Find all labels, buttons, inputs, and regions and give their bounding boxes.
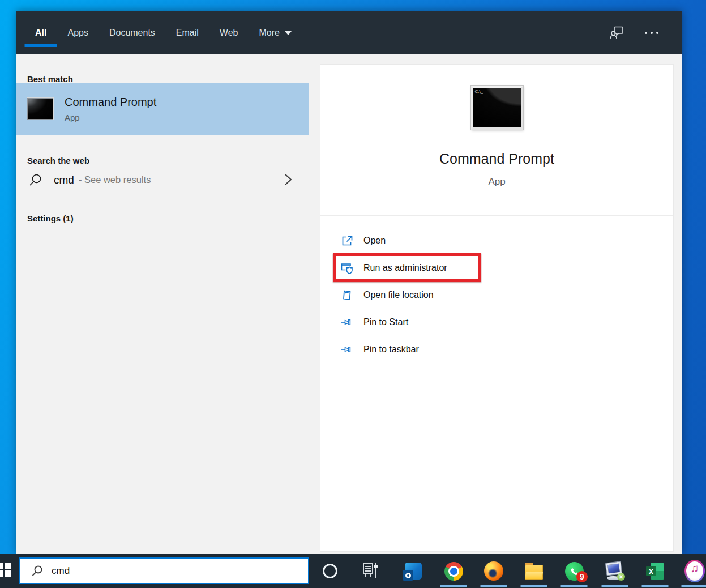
taskbar-search-box[interactable]: [19, 557, 309, 584]
excel-icon: x: [646, 563, 664, 580]
result-detail-card: C:\_ Command Prompt App Open: [320, 64, 674, 552]
start-button[interactable]: [0, 563, 12, 578]
action-label: Pin to Start: [363, 317, 408, 327]
command-prompt-icon-large: C:\_: [471, 86, 523, 130]
action-pin-to-start[interactable]: Pin to Start: [320, 309, 673, 336]
cortana-icon[interactable]: [323, 564, 337, 578]
action-label: Run as administrator: [363, 263, 447, 273]
tab-apps[interactable]: Apps: [67, 28, 88, 38]
search-filter-bar: All Apps Documents Email Web More: [16, 11, 682, 54]
ellipsis-icon[interactable]: [645, 32, 658, 34]
action-label: Open file location: [363, 290, 434, 300]
pin-icon: [340, 316, 354, 329]
web-suffix-text: - See web results: [79, 174, 151, 185]
file-explorer-icon: [525, 565, 543, 580]
result-subtitle: App: [65, 113, 156, 122]
pin-icon: [340, 343, 354, 356]
tab-web[interactable]: Web: [220, 28, 238, 38]
action-label: Open: [363, 236, 386, 246]
settings-header: Settings (1): [27, 214, 74, 223]
tab-more-label: More: [259, 28, 279, 37]
detail-title: Command Prompt: [320, 151, 673, 167]
virtualbox-icon: ✕: [605, 561, 625, 581]
action-open-file-location[interactable]: Open file location: [320, 282, 673, 309]
chrome-icon: [444, 562, 463, 581]
search-flyout-panel: All Apps Documents Email Web More Best m…: [16, 11, 682, 554]
web-search-result[interactable]: cmd - See web results: [16, 164, 309, 195]
cmd-icon-prompt-text: C:\_: [475, 89, 483, 94]
taskbar-virtualbox-icon[interactable]: ✕: [605, 561, 625, 581]
launch-icon: [340, 234, 354, 248]
itunes-icon: ♫: [684, 560, 705, 582]
best-match-result-command-prompt[interactable]: Command Prompt App: [16, 83, 309, 135]
account-icon[interactable]: [609, 25, 624, 40]
search-icon: [31, 565, 44, 577]
action-label: Pin to taskbar: [363, 344, 419, 355]
tab-email[interactable]: Email: [176, 28, 199, 38]
taskbar-chrome-icon[interactable]: [443, 561, 464, 581]
web-query-text: cmd: [54, 174, 74, 186]
search-icon: [28, 173, 43, 188]
whatsapp-notification-badge: 9: [576, 571, 588, 582]
divider: [320, 215, 673, 216]
chevron-down-icon: [285, 31, 292, 35]
result-title: Command Prompt: [65, 96, 156, 109]
windows-start-icon: [0, 563, 12, 577]
taskbar-excel-icon[interactable]: x: [645, 561, 665, 581]
taskbar-firefox-icon[interactable]: [483, 561, 504, 581]
taskbar-itunes-icon[interactable]: ♫: [684, 561, 705, 581]
action-open[interactable]: Open: [320, 227, 673, 254]
taskbar-file-explorer-icon[interactable]: [524, 561, 544, 581]
taskbar-outlook-icon[interactable]: [403, 561, 423, 581]
file-location-icon: [340, 288, 354, 302]
taskbar-whatsapp-icon[interactable]: 9: [564, 561, 584, 581]
admin-shield-icon: [340, 261, 354, 275]
action-list: Open Run as administrator Open file: [320, 227, 673, 363]
command-prompt-icon: [27, 98, 53, 120]
search-input[interactable]: [52, 565, 278, 577]
firefox-icon: [484, 561, 503, 581]
outlook-icon: [405, 563, 422, 580]
tab-more[interactable]: More: [259, 28, 291, 38]
action-pin-to-taskbar[interactable]: Pin to taskbar: [320, 336, 673, 363]
task-view-icon[interactable]: [361, 561, 380, 580]
chevron-right-icon[interactable]: [284, 172, 293, 187]
tab-all[interactable]: All: [35, 28, 46, 38]
desktop: All Apps Documents Email Web More Best m…: [0, 0, 706, 588]
action-run-as-administrator[interactable]: Run as administrator: [320, 254, 673, 282]
taskbar: 9 ✕ x ♫: [0, 554, 706, 588]
tab-documents[interactable]: Documents: [109, 28, 155, 38]
detail-subtitle: App: [320, 176, 673, 188]
